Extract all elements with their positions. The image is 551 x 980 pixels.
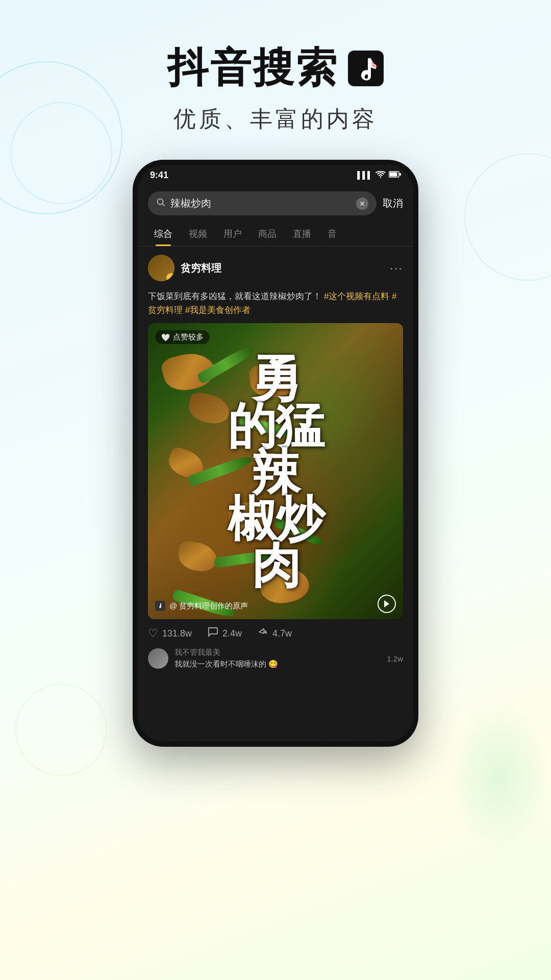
comment-preview: 我不管我最美 我就没一次看时不咽唾沫的 😋 1.2w <box>138 648 413 674</box>
search-input-wrapper[interactable]: 辣椒炒肉 <box>148 191 377 215</box>
likes-badge: 🤍 点赞较多 <box>155 330 210 344</box>
svg-rect-1 <box>390 173 397 177</box>
video-background: 勇 的猛 辣 椒炒 肉 🤍 点赞较多 <box>148 323 403 619</box>
search-clear-button[interactable] <box>356 198 368 210</box>
like-interaction[interactable]: ♡ 131.8w <box>148 627 192 640</box>
main-title-text: 抖音搜索 <box>167 41 339 96</box>
video-text-overlay: 勇 的猛 辣 椒炒 肉 <box>148 323 403 619</box>
search-bar: 辣椒炒肉 取消 <box>138 185 413 222</box>
heart-icon: ♡ <box>148 627 158 640</box>
header-section: 抖音搜索 优质、丰富的内容 <box>0 0 551 155</box>
post-user: ✓ 贫穷料理 <box>148 255 221 281</box>
phone-wrapper: 9:41 ▌▌▌ <box>0 160 551 747</box>
phone-frame: 9:41 ▌▌▌ <box>133 160 418 747</box>
main-title-container: 抖音搜索 <box>0 41 551 96</box>
cancel-button[interactable]: 取消 <box>383 197 403 210</box>
comment-count-right: 1.2w <box>387 654 403 663</box>
tab-综合[interactable]: 综合 <box>146 222 181 246</box>
commenter-avatar <box>148 648 168 669</box>
sound-label: @ 贫穷料理创作的原声 <box>169 601 248 611</box>
svg-line-4 <box>162 204 164 206</box>
comment-icon <box>207 626 218 641</box>
tab-bar: 综合 视频 用户 商品 直播 音 <box>138 222 413 247</box>
post-description: 下饭菜到底有多凶猛，就看这道辣椒炒肉了！ #这个视频有点料 #贫穷料理 #我是美… <box>138 289 413 323</box>
verified-badge: ✓ <box>166 273 174 281</box>
svg-marker-7 <box>384 600 389 607</box>
video-subtitle-text: 的猛 <box>228 403 323 449</box>
svg-rect-2 <box>399 173 401 176</box>
hashtag-1[interactable]: #这个视频有点料 <box>324 291 389 301</box>
phone-screen: 9:41 ▌▌▌ <box>138 165 413 742</box>
share-icon <box>257 626 268 641</box>
video-title-text: 勇 <box>251 354 300 403</box>
comment-count: 2.4w <box>222 628 242 639</box>
video-line4: 椒炒 <box>228 496 323 542</box>
status-icons: ▌▌▌ <box>357 171 401 180</box>
post-desc-text: 下饭菜到底有多凶猛，就看这道辣椒炒肉了！ <box>148 291 321 301</box>
tab-商品[interactable]: 商品 <box>250 222 285 246</box>
video-line5: 肉 <box>252 542 299 589</box>
user-avatar[interactable]: ✓ <box>148 255 174 281</box>
share-interaction[interactable]: 4.7w <box>257 626 292 641</box>
signal-icon: ▌▌▌ <box>357 171 372 179</box>
video-container[interactable]: 勇 的猛 辣 椒炒 肉 🤍 点赞较多 <box>148 323 403 619</box>
battery-icon <box>389 171 401 179</box>
comment-text: 我就没一次看时不咽唾沫的 😋 <box>174 659 278 669</box>
interaction-bar: ♡ 131.8w 2.4w <box>138 619 413 648</box>
tab-直播[interactable]: 直播 <box>285 222 319 246</box>
tab-视频[interactable]: 视频 <box>181 222 215 246</box>
comment-interaction[interactable]: 2.4w <box>207 626 242 641</box>
wifi-icon <box>375 171 386 180</box>
subtitle-text: 优质、丰富的内容 <box>0 104 551 134</box>
video-line3: 辣 <box>252 449 299 496</box>
content-area: ✓ 贫穷料理 ··· 下饭菜到底有多凶猛，就看这道辣椒炒肉了！ #这个视频有点料… <box>138 247 413 742</box>
tiktok-note-icon <box>155 601 165 611</box>
search-icon <box>156 198 165 209</box>
hashtag-3[interactable]: #我是美食创作者 <box>185 305 251 315</box>
post-header: ✓ 贫穷料理 ··· <box>138 247 413 289</box>
comment-content: 我不管我最美 我就没一次看时不咽唾沫的 😋 <box>174 648 278 669</box>
tab-音[interactable]: 音 <box>319 222 345 246</box>
tab-用户[interactable]: 用户 <box>215 222 250 246</box>
heart-outline-icon: 🤍 <box>161 333 170 341</box>
likes-badge-text: 点赞较多 <box>173 332 204 342</box>
share-count: 4.7w <box>272 628 292 639</box>
sound-info: @ 贫穷料理创作的原声 <box>155 601 248 611</box>
like-count: 131.8w <box>162 628 192 639</box>
search-query: 辣椒炒肉 <box>170 197 351 210</box>
more-options-button[interactable]: ··· <box>390 261 403 275</box>
tiktok-icon <box>348 51 384 86</box>
commenter-name: 我不管我最美 <box>174 648 278 657</box>
status-bar: 9:41 ▌▌▌ <box>138 165 413 185</box>
status-time: 9:41 <box>150 170 168 181</box>
username[interactable]: 贫穷料理 <box>181 261 221 275</box>
